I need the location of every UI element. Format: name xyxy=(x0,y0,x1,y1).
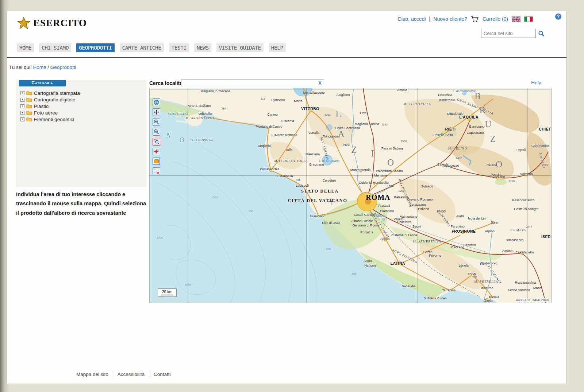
category-panel: Categoria + Cartografia stampata + Carto… xyxy=(16,80,146,187)
identify-xy-tool-button[interactable]: x xyxy=(153,148,160,155)
folder-icon xyxy=(26,91,32,95)
locality-search-label: Cerca localita' xyxy=(149,80,184,86)
globe-icon xyxy=(154,100,159,105)
site-search xyxy=(481,29,545,38)
locality-search-box: X xyxy=(181,79,324,87)
nav-visite-guidate[interactable]: VISITE GUIDATE xyxy=(216,43,264,52)
tree-item-label[interactable]: Plastici xyxy=(34,104,50,109)
content-card: ESERCITO Ciao, accedi Nuovo cliente? Car… xyxy=(7,11,567,384)
pan-icon xyxy=(154,109,159,115)
scale-label: 20 km xyxy=(162,290,173,294)
locality-search-input[interactable] xyxy=(182,80,314,86)
cart-link[interactable]: Carrello (0) xyxy=(483,16,508,22)
category-header: Categoria xyxy=(19,80,66,86)
map-canvas[interactable] xyxy=(150,88,551,303)
footer-accessibility-link[interactable]: Accessibilità xyxy=(113,372,149,377)
search-icon[interactable] xyxy=(538,30,545,37)
folder-icon xyxy=(26,104,32,108)
footer-sitemap-link[interactable]: Mappa del sito xyxy=(72,372,113,377)
tree-item-cartografia-digitale[interactable]: + Cartografia digitale xyxy=(20,96,80,103)
page-help-icon[interactable]: ? xyxy=(555,13,561,20)
clear-area-tool-button[interactable] xyxy=(153,167,160,175)
site-search-input[interactable] xyxy=(481,29,536,38)
footer: Mappa del sito Accessibilità Contatti xyxy=(72,372,175,377)
clear-search-button[interactable]: X xyxy=(318,80,322,86)
italy-flag-icon[interactable] xyxy=(524,16,533,22)
globe-tool-button[interactable] xyxy=(153,98,160,106)
tree-item-foto-aeree[interactable]: + Foto aeree xyxy=(20,109,80,116)
logo: ESERCITO xyxy=(17,16,87,30)
tree-item-elementi-geodetici[interactable]: + Elementi geodetici xyxy=(20,116,80,123)
map-help-link[interactable]: Help xyxy=(531,80,541,85)
zoom-in-icon xyxy=(154,119,159,125)
breadcrumb-current[interactable]: Geoprodotti xyxy=(50,65,76,70)
cart-icon[interactable] xyxy=(471,16,479,22)
logo-text: ESERCITO xyxy=(33,18,87,29)
top-links: Ciao, accedi Nuovo cliente? Carrello (0) xyxy=(397,16,533,22)
pan-tool-button[interactable] xyxy=(153,108,160,116)
nav-help[interactable]: HELP xyxy=(269,43,286,52)
nav-home[interactable]: HOME xyxy=(17,43,34,52)
identify-xy-icon: x xyxy=(154,149,159,154)
expand-icon[interactable]: + xyxy=(20,98,24,102)
map-toolbar: x xyxy=(153,98,160,175)
zoom-out-tool-button[interactable] xyxy=(153,128,160,136)
tree-item-cartografia-stampata[interactable]: + Cartografia stampata xyxy=(20,90,80,96)
map-header: Cerca localita' X Help xyxy=(149,79,552,88)
breadcrumb-separator: / xyxy=(47,65,49,70)
star-logo-icon xyxy=(17,16,30,30)
tree-item-label[interactable]: Cartografia digitale xyxy=(34,97,75,102)
footer-contacts-link[interactable]: Contatti xyxy=(149,372,175,377)
expand-icon[interactable]: + xyxy=(20,117,24,121)
scale-rule xyxy=(161,295,173,295)
category-tree: + Cartografia stampata + Cartografia dig… xyxy=(20,90,80,123)
nav-carte-antiche[interactable]: CARTE ANTICHE xyxy=(120,43,164,52)
nav-geoprodotti[interactable]: GEOPRODOTTI xyxy=(76,43,115,52)
expand-icon[interactable]: + xyxy=(20,104,24,108)
main-nav: HOME CHI SIAMO GEOPRODOTTI CARTE ANTICHE… xyxy=(17,43,286,52)
folder-icon xyxy=(26,117,32,121)
folder-icon xyxy=(26,97,32,102)
map-scalebar: 20 km xyxy=(158,288,177,297)
breadcrumb: Tu sei qui: Home / Geoprodotti xyxy=(9,65,76,70)
draw-area-icon xyxy=(154,159,159,164)
separator xyxy=(429,16,430,22)
draw-area-tool-button[interactable] xyxy=(153,158,160,165)
nav-divider xyxy=(7,57,566,58)
new-customer-link[interactable]: Nuovo cliente? xyxy=(433,16,467,22)
tree-item-label[interactable]: Cartografia stampata xyxy=(34,90,80,96)
login-link[interactable]: Ciao, accedi xyxy=(397,16,426,22)
breadcrumb-prefix: Tu sei qui: xyxy=(9,65,32,70)
tree-item-label[interactable]: Elementi geodetici xyxy=(34,117,74,122)
clear-area-icon xyxy=(154,168,159,174)
zoom-in-tool-button[interactable] xyxy=(153,118,160,126)
expand-icon[interactable]: + xyxy=(20,111,24,115)
coordinates-readout: 4938.452, 2468.7049 xyxy=(515,298,550,302)
tree-item-label[interactable]: Foto aeree xyxy=(34,110,58,116)
uk-flag-icon[interactable] xyxy=(512,16,520,22)
folder-icon xyxy=(26,110,32,115)
zoom-out-icon xyxy=(154,129,159,135)
nav-news[interactable]: NEWS xyxy=(194,43,211,52)
svg-text:x: x xyxy=(157,149,159,151)
map-viewport[interactable]: VITERBORIETIL'AQUILACHIETILATINAFROSINON… xyxy=(149,88,552,303)
breadcrumb-home[interactable]: Home xyxy=(33,65,46,70)
zoom-window-icon xyxy=(154,139,159,144)
nav-chi-siamo[interactable]: CHI SIAMO xyxy=(39,43,71,52)
map-instructions: Individua l'area di tuo interesse clicca… xyxy=(16,190,148,218)
tree-item-plastici[interactable]: + Plastici xyxy=(20,103,80,109)
nav-testi[interactable]: TESTI xyxy=(169,43,189,52)
zoom-window-tool-button[interactable] xyxy=(153,138,160,145)
expand-icon[interactable]: + xyxy=(20,91,24,95)
